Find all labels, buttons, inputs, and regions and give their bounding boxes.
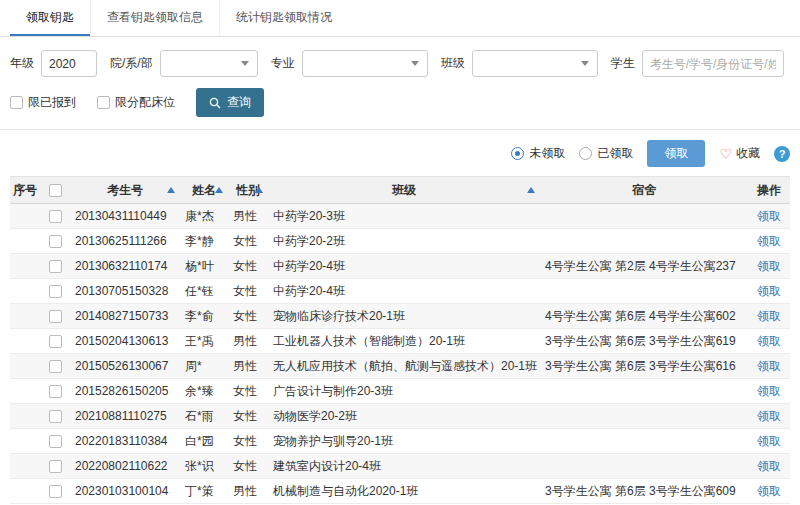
table-row: 20130632110174 杨*叶 女性 中药学20-4班 4号学生公寓 第2…	[10, 254, 790, 279]
table-row: 20130625111266 李*静 女性 中药学20-2班 领取	[10, 229, 790, 254]
class-cell: 中药学20-4班	[268, 279, 540, 304]
dorm-cell	[540, 229, 748, 254]
col-header-class[interactable]: 班级	[268, 177, 540, 204]
row-checkbox[interactable]	[49, 335, 62, 348]
radio-received[interactable]: 已领取	[579, 145, 633, 162]
grade-input[interactable]	[41, 50, 97, 77]
receive-button[interactable]: 领取	[647, 140, 705, 167]
dorm-cell: 3号学生公寓 第6层 3号学生公寓616	[540, 354, 748, 379]
receive-link[interactable]: 领取	[757, 259, 781, 273]
tab-receive-keys[interactable]: 领取钥匙	[10, 0, 90, 36]
col-header-name[interactable]: 姓名	[180, 177, 228, 204]
row-checkbox[interactable]	[49, 285, 62, 298]
heart-icon: ♡	[719, 147, 732, 161]
row-index-cell	[10, 279, 40, 304]
row-index-cell	[10, 454, 40, 479]
row-checkbox[interactable]	[49, 485, 62, 498]
receive-link[interactable]: 领取	[757, 309, 781, 323]
radio-unreceived[interactable]: 未领取	[511, 145, 565, 162]
favorite-button[interactable]: ♡ 收藏	[719, 145, 760, 162]
name-cell: 李*静	[180, 229, 228, 254]
name-cell: 杨*叶	[180, 254, 228, 279]
table-row: 20130431110449 康*杰 男性 中药学20-3班 领取	[10, 204, 790, 229]
query-button-label: 查询	[227, 94, 251, 111]
department-label: 院/系/部	[110, 55, 153, 72]
gender-cell: 女性	[228, 379, 268, 404]
chevron-down-icon	[411, 61, 419, 66]
receive-link[interactable]: 领取	[757, 284, 781, 298]
receive-link[interactable]: 领取	[757, 209, 781, 223]
class-cell: 宠物临床诊疗技术20-1班	[268, 304, 540, 329]
radio-unreceived-control[interactable]	[511, 147, 524, 160]
row-checkbox[interactable]	[49, 235, 62, 248]
col-header-candidate-id[interactable]: 考生号	[70, 177, 180, 204]
class-select[interactable]	[472, 50, 598, 77]
row-index-cell	[10, 204, 40, 229]
only-reported-checkbox-group[interactable]: 限已报到	[10, 94, 76, 111]
only-reported-checkbox[interactable]	[10, 96, 23, 109]
class-cell: 工业机器人技术（智能制造）20-1班	[268, 329, 540, 354]
col-header-gender[interactable]: 性别	[228, 177, 268, 204]
name-cell: 任*钰	[180, 279, 228, 304]
col-header-select-all	[40, 177, 70, 204]
filter-panel: 年级 院/系/部 专业 班级 学生 限已报到 限分配床位 查询	[0, 37, 800, 130]
row-index-cell	[10, 479, 40, 504]
candidate-id-cell: 20130632110174	[70, 254, 180, 279]
help-icon[interactable]: ?	[774, 146, 790, 162]
class-cell: 中药学20-2班	[268, 229, 540, 254]
dorm-cell	[540, 379, 748, 404]
tab-view-key-records[interactable]: 查看钥匙领取信息	[90, 0, 219, 36]
candidate-id-cell: 20220802110622	[70, 454, 180, 479]
receive-link[interactable]: 领取	[757, 234, 781, 248]
receive-link[interactable]: 领取	[757, 334, 781, 348]
only-assigned-bed-checkbox-group[interactable]: 限分配床位	[97, 94, 175, 111]
favorite-label: 收藏	[736, 145, 760, 162]
department-select[interactable]	[160, 50, 258, 77]
name-cell: 李*俞	[180, 304, 228, 329]
tab-bar: 领取钥匙 查看钥匙领取信息 统计钥匙领取情况	[0, 0, 800, 37]
row-checkbox[interactable]	[49, 410, 62, 423]
candidate-id-cell: 20130625111266	[70, 229, 180, 254]
dorm-cell	[540, 454, 748, 479]
candidate-id-cell: 20152826150205	[70, 379, 180, 404]
chevron-down-icon	[241, 61, 249, 66]
receive-link[interactable]: 领取	[757, 359, 781, 373]
search-icon	[209, 97, 221, 109]
receive-link[interactable]: 领取	[757, 409, 781, 423]
row-checkbox[interactable]	[49, 210, 62, 223]
candidate-id-cell: 20150526130067	[70, 354, 180, 379]
row-checkbox[interactable]	[49, 460, 62, 473]
gender-cell: 女性	[228, 254, 268, 279]
row-checkbox[interactable]	[49, 260, 62, 273]
only-reported-label: 限已报到	[28, 94, 76, 111]
row-checkbox[interactable]	[49, 360, 62, 373]
class-cell: 中药学20-4班	[268, 254, 540, 279]
sort-asc-icon	[255, 187, 263, 193]
students-table: 序号 考生号 姓名 性别 班级 宿舍 操作 20130431110449 康*杰…	[10, 176, 790, 504]
select-all-checkbox[interactable]	[49, 184, 62, 197]
table-section: 未领取 已领取 领取 ♡ 收藏 ? 序号 考生号 姓名 性别 班级 宿舍 操作	[0, 130, 800, 505]
student-search-input[interactable]	[642, 50, 784, 77]
dorm-cell: 4号学生公寓 第6层 4号学生公寓602	[540, 304, 748, 329]
gender-cell: 男性	[228, 479, 268, 504]
radio-unreceived-label: 未领取	[529, 145, 565, 162]
gender-cell: 男性	[228, 204, 268, 229]
tab-key-statistics[interactable]: 统计钥匙领取情况	[219, 0, 348, 36]
radio-received-control[interactable]	[579, 147, 592, 160]
dorm-cell	[540, 279, 748, 304]
row-checkbox[interactable]	[49, 310, 62, 323]
gender-cell: 女性	[228, 229, 268, 254]
radio-received-label: 已领取	[597, 145, 633, 162]
gender-cell: 女性	[228, 454, 268, 479]
row-checkbox[interactable]	[49, 435, 62, 448]
receive-link[interactable]: 领取	[757, 484, 781, 498]
name-cell: 白*园	[180, 429, 228, 454]
receive-link[interactable]: 领取	[757, 459, 781, 473]
class-cell: 无人机应用技术（航拍、航测与遥感技术）20-1班	[268, 354, 540, 379]
row-checkbox[interactable]	[49, 385, 62, 398]
major-select[interactable]	[302, 50, 428, 77]
query-button[interactable]: 查询	[196, 88, 264, 117]
receive-link[interactable]: 领取	[757, 434, 781, 448]
receive-link[interactable]: 领取	[757, 384, 781, 398]
only-assigned-bed-checkbox[interactable]	[97, 96, 110, 109]
